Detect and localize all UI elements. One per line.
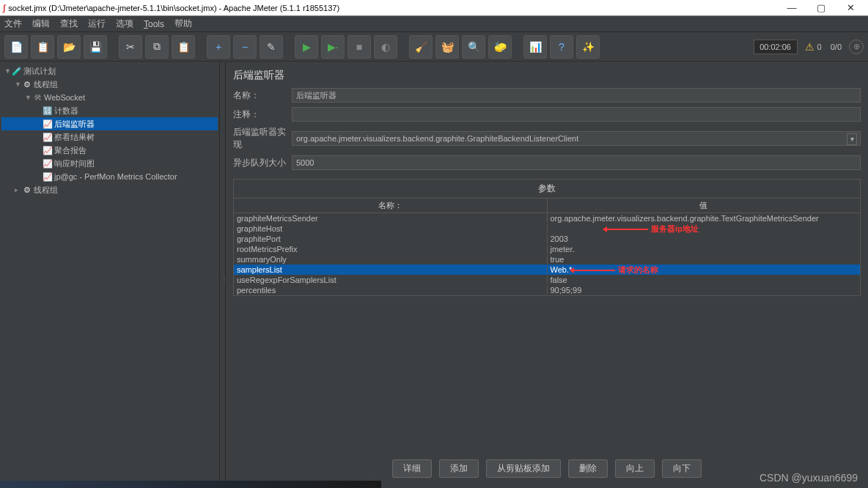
shutdown-button[interactable]: ◐ — [374, 35, 397, 59]
impl-combo[interactable]: org.apache.jmeter.visualizers.backend.gr… — [292, 131, 861, 146]
queue-input[interactable]: 5000 — [292, 155, 861, 170]
minimize-button[interactable]: — — [777, 2, 806, 13]
tree-node[interactable]: 🔢计数器 — [1, 104, 218, 117]
splitter[interactable] — [220, 62, 226, 488]
queue-label: 异步队列大小 — [233, 157, 292, 169]
up-button[interactable]: 向上 — [615, 459, 655, 478]
menu-file[interactable]: 文件 — [4, 18, 22, 30]
table-row[interactable]: useRegexpForSamplersListfalse — [234, 275, 860, 285]
toggle-button[interactable]: ✎ — [260, 35, 283, 59]
param-value-cell: true — [548, 255, 861, 264]
param-name-cell: useRegexpForSamplersList — [234, 276, 548, 284]
table-row[interactable]: graphiteMetricsSenderorg.apache.jmeter.v… — [234, 213, 860, 223]
param-name-cell: samplersList — [234, 265, 548, 274]
delete-button[interactable]: 删除 — [568, 459, 608, 478]
stop-button[interactable]: ■ — [347, 35, 371, 59]
table-row[interactable]: samplersListWeb.* — [234, 265, 860, 275]
tree-label: jp@gc - PerfMon Metrics Collector — [54, 172, 177, 181]
params-table[interactable]: 名称： 值 graphiteMetricsSenderorg.apache.jm… — [233, 198, 861, 296]
globe-icon: ⊕ — [849, 40, 864, 54]
search-button[interactable]: 🔍 — [462, 35, 485, 59]
tree-label: 测试计划 — [23, 66, 56, 77]
window-title: socket.jmx (D:\Jmeter\apache-jmeter-5.1.… — [8, 4, 777, 12]
param-name-cell: rootMetricsPrefix — [234, 245, 548, 254]
open-button[interactable]: 📂 — [57, 35, 81, 59]
table-row[interactable]: graphitePort2003 — [234, 234, 860, 244]
menu-bar: 文件 编辑 查找 运行 选项 Tools 帮助 — [0, 16, 868, 32]
tree-label: 聚合报告 — [54, 145, 87, 156]
tree-node[interactable]: 📈聚合报告 — [1, 144, 218, 157]
tree-node[interactable]: ▸⚙线程组 — [1, 183, 218, 196]
gear-icon: ⚙ — [22, 185, 32, 195]
thread-count: 0/0 — [831, 42, 842, 51]
comment-label: 注释： — [233, 108, 292, 121]
param-value-cell: jmeter. — [548, 245, 861, 254]
menu-edit[interactable]: 编辑 — [32, 18, 50, 30]
menu-options[interactable]: 选项 — [116, 18, 133, 30]
clear-button[interactable]: 🧹 — [409, 35, 433, 59]
collapse-button[interactable]: − — [233, 35, 257, 59]
name-label: 名称： — [233, 89, 292, 102]
cut-button[interactable]: ✂ — [119, 35, 142, 59]
tree-label: 察看结果树 — [54, 132, 95, 143]
maximize-button[interactable]: ▢ — [806, 2, 836, 13]
start-button[interactable]: ▶ — [295, 35, 318, 59]
detail-button[interactable]: 详细 — [392, 459, 432, 478]
menu-search[interactable]: 查找 — [60, 18, 78, 30]
name-input[interactable]: 后端监听器 — [292, 88, 861, 103]
close-button[interactable]: ✕ — [836, 2, 865, 13]
table-row[interactable]: percentiles90;95;99 — [234, 285, 860, 295]
tree-arrow-icon: ▼ — [25, 94, 32, 101]
add-from-clipboard-button[interactable]: 从剪贴板添加 — [486, 459, 561, 478]
col-value: 值 — [548, 199, 861, 213]
table-row[interactable]: graphiteHost — [234, 223, 860, 234]
copy-button[interactable]: ⧉ — [145, 35, 169, 59]
tree-arrow-icon: ▼ — [15, 81, 22, 88]
listener-icon: 📈 — [43, 119, 53, 129]
clear-all-button[interactable]: 🧺 — [435, 35, 459, 59]
tree-node[interactable]: 📈察看结果树 — [1, 130, 218, 144]
tree-label: 线程组 — [34, 79, 58, 90]
reset-search-button[interactable]: 🧽 — [488, 35, 512, 59]
listener-icon: 📈 — [43, 159, 53, 169]
warning-icon: ⚠ — [805, 41, 814, 53]
param-value-cell: org.apache.jmeter.visualizers.backend.gr… — [548, 214, 861, 223]
tree-label: 线程组 — [34, 185, 58, 196]
down-button[interactable]: 向下 — [662, 459, 702, 478]
paste-button[interactable]: 📋 — [172, 35, 195, 59]
table-row[interactable]: summaryOnlytrue — [234, 254, 860, 265]
start-notimers-button[interactable]: ▶· — [321, 35, 345, 59]
test-plan-tree[interactable]: ▼🧪测试计划▼⚙线程组▼🛠WebSocket🔢计数器📈后端监听器📈察看结果树📈聚… — [0, 62, 220, 488]
listener-icon: 📈 — [43, 133, 53, 142]
param-name-cell: summaryOnly — [234, 255, 548, 264]
help-button[interactable]: ? — [550, 35, 573, 59]
comment-input[interactable] — [292, 107, 861, 122]
tree-node[interactable]: ▼🛠WebSocket — [1, 91, 218, 104]
listener-icon: 📈 — [43, 146, 53, 155]
expand-button[interactable]: + — [207, 35, 230, 59]
tree-node[interactable]: ▼🧪测试计划 — [1, 64, 218, 78]
function-helper-button[interactable]: 📊 — [523, 35, 547, 59]
tree-node[interactable]: 📈响应时间图 — [1, 157, 218, 170]
impl-label: 后端监听器实现 — [233, 126, 292, 151]
tree-node[interactable]: 📈jp@gc - PerfMon Metrics Collector — [1, 170, 218, 183]
param-value-cell: 90;95;99 — [548, 286, 861, 295]
tree-label: 响应时间图 — [54, 158, 95, 169]
params-title: 参数 — [233, 179, 861, 198]
tree-label: 后端监听器 — [54, 119, 95, 130]
save-button[interactable]: 💾 — [84, 35, 107, 59]
heap-button[interactable]: ✨ — [576, 35, 600, 59]
templates-button[interactable]: 📋 — [31, 35, 54, 59]
param-value-cell: 2003 — [548, 234, 861, 243]
new-button[interactable]: 📄 — [4, 35, 28, 59]
watermark: CSDN @yuxuan6699 — [760, 472, 858, 484]
tree-node[interactable]: ▼⚙线程组 — [1, 78, 218, 91]
menu-tools[interactable]: Tools — [144, 19, 164, 29]
tree-node[interactable]: 📈后端监听器 — [1, 117, 218, 130]
table-row[interactable]: rootMetricsPrefixjmeter. — [234, 244, 860, 254]
menu-run[interactable]: 运行 — [88, 18, 106, 30]
toolbar-status: ⚠ 0 0/0 ⊕ — [805, 40, 864, 54]
param-value-cell: false — [548, 276, 861, 284]
menu-help[interactable]: 帮助 — [174, 18, 192, 30]
add-button[interactable]: 添加 — [439, 459, 479, 478]
